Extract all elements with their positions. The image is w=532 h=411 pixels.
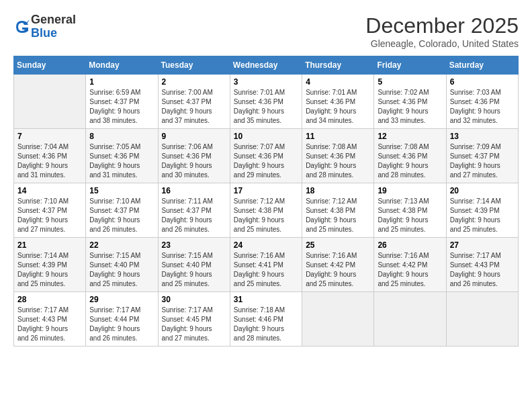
day-info: Sunrise: 7:12 AMSunset: 4:38 PMDaylight:… <box>306 197 370 234</box>
day-number: 11 <box>306 132 370 141</box>
calendar-day-cell: 26Sunrise: 7:16 AMSunset: 4:42 PMDayligh… <box>374 238 446 292</box>
day-info: Sunrise: 7:16 AMSunset: 4:42 PMDaylight:… <box>306 251 370 289</box>
calendar-day-cell <box>302 292 374 347</box>
day-number: 29 <box>89 295 154 304</box>
day-number: 2 <box>162 77 226 87</box>
calendar-day-cell: 14Sunrise: 7:10 AMSunset: 4:37 PMDayligh… <box>14 183 86 238</box>
day-number: 27 <box>450 240 515 250</box>
calendar-day-cell: 24Sunrise: 7:16 AMSunset: 4:41 PMDayligh… <box>230 238 302 292</box>
calendar-week-row: 21Sunrise: 7:14 AMSunset: 4:39 PMDayligh… <box>14 238 519 292</box>
location-text: Gleneagle, Colorado, United States <box>365 38 519 49</box>
day-number: 5 <box>378 77 442 87</box>
day-info: Sunrise: 7:09 AMSunset: 4:37 PMDaylight:… <box>450 142 515 180</box>
day-info: Sunrise: 7:16 AMSunset: 4:42 PMDaylight:… <box>378 251 442 289</box>
day-number: 10 <box>234 132 298 141</box>
day-info: Sunrise: 7:18 AMSunset: 4:46 PMDaylight:… <box>234 306 298 343</box>
day-number: 9 <box>162 132 226 141</box>
calendar-day-cell: 4Sunrise: 7:01 AMSunset: 4:36 PMDaylight… <box>302 75 374 129</box>
day-number: 22 <box>89 240 154 250</box>
day-info: Sunrise: 7:01 AMSunset: 4:36 PMDaylight:… <box>306 88 370 126</box>
calendar-day-cell: 18Sunrise: 7:12 AMSunset: 4:38 PMDayligh… <box>302 183 374 238</box>
day-number: 20 <box>450 186 515 195</box>
day-number: 6 <box>450 77 515 87</box>
calendar-day-cell: 20Sunrise: 7:14 AMSunset: 4:39 PMDayligh… <box>446 183 518 238</box>
calendar-day-cell: 5Sunrise: 7:02 AMSunset: 4:36 PMDaylight… <box>374 75 446 129</box>
day-info: Sunrise: 7:06 AMSunset: 4:36 PMDaylight:… <box>162 142 226 180</box>
day-info: Sunrise: 7:12 AMSunset: 4:38 PMDaylight:… <box>234 197 298 234</box>
calendar-day-cell: 16Sunrise: 7:11 AMSunset: 4:37 PMDayligh… <box>158 183 230 238</box>
calendar-week-row: 28Sunrise: 7:17 AMSunset: 4:43 PMDayligh… <box>14 292 519 347</box>
day-number: 12 <box>378 132 442 141</box>
calendar-day-cell: 13Sunrise: 7:09 AMSunset: 4:37 PMDayligh… <box>446 129 518 183</box>
day-number: 13 <box>450 132 515 141</box>
calendar-day-cell: 6Sunrise: 7:03 AMSunset: 4:36 PMDaylight… <box>446 75 518 129</box>
day-info: Sunrise: 7:17 AMSunset: 4:43 PMDaylight:… <box>17 306 82 343</box>
calendar-day-cell <box>14 75 86 129</box>
month-title: December 2025 <box>365 13 519 38</box>
weekday-header: Saturday <box>446 56 518 75</box>
calendar-day-cell: 30Sunrise: 7:17 AMSunset: 4:45 PMDayligh… <box>158 292 230 347</box>
day-number: 31 <box>234 295 298 304</box>
calendar-day-cell: 1Sunrise: 6:59 AMSunset: 4:37 PMDaylight… <box>86 75 158 129</box>
weekday-header: Monday <box>86 56 158 75</box>
weekday-header: Friday <box>374 56 446 75</box>
day-info: Sunrise: 7:15 AMSunset: 4:40 PMDaylight:… <box>162 251 226 289</box>
day-number: 17 <box>234 186 298 195</box>
day-info: Sunrise: 7:11 AMSunset: 4:37 PMDaylight:… <box>162 197 226 234</box>
day-number: 14 <box>17 186 82 195</box>
calendar-day-cell: 27Sunrise: 7:17 AMSunset: 4:43 PMDayligh… <box>446 238 518 292</box>
day-number: 15 <box>89 186 154 195</box>
logo-blue-text: Blue <box>31 27 76 40</box>
logo-icon <box>15 19 30 34</box>
day-info: Sunrise: 7:01 AMSunset: 4:36 PMDaylight:… <box>234 88 298 126</box>
day-number: 26 <box>378 240 442 250</box>
day-info: Sunrise: 7:03 AMSunset: 4:36 PMDaylight:… <box>450 88 515 126</box>
calendar-day-cell: 29Sunrise: 7:17 AMSunset: 4:44 PMDayligh… <box>86 292 158 347</box>
calendar-day-cell: 17Sunrise: 7:12 AMSunset: 4:38 PMDayligh… <box>230 183 302 238</box>
weekday-header: Wednesday <box>230 56 302 75</box>
day-number: 7 <box>17 132 82 141</box>
calendar-day-cell: 22Sunrise: 7:15 AMSunset: 4:40 PMDayligh… <box>86 238 158 292</box>
calendar-day-cell: 15Sunrise: 7:10 AMSunset: 4:37 PMDayligh… <box>86 183 158 238</box>
calendar-day-cell <box>374 292 446 347</box>
day-info: Sunrise: 7:04 AMSunset: 4:36 PMDaylight:… <box>17 142 82 180</box>
calendar-day-cell: 25Sunrise: 7:16 AMSunset: 4:42 PMDayligh… <box>302 238 374 292</box>
day-number: 1 <box>89 77 154 87</box>
day-info: Sunrise: 7:17 AMSunset: 4:43 PMDaylight:… <box>450 251 515 289</box>
day-number: 21 <box>17 240 82 250</box>
calendar-day-cell: 28Sunrise: 7:17 AMSunset: 4:43 PMDayligh… <box>14 292 86 347</box>
title-block: December 2025 Gleneagle, Colorado, Unite… <box>365 13 519 49</box>
day-info: Sunrise: 7:10 AMSunset: 4:37 PMDaylight:… <box>89 197 154 234</box>
day-info: Sunrise: 7:15 AMSunset: 4:40 PMDaylight:… <box>89 251 154 289</box>
calendar-day-cell: 23Sunrise: 7:15 AMSunset: 4:40 PMDayligh… <box>158 238 230 292</box>
day-info: Sunrise: 6:59 AMSunset: 4:37 PMDaylight:… <box>89 88 154 126</box>
calendar-week-row: 1Sunrise: 6:59 AMSunset: 4:37 PMDaylight… <box>14 75 519 129</box>
day-info: Sunrise: 7:00 AMSunset: 4:37 PMDaylight:… <box>162 88 226 126</box>
calendar-table: SundayMondayTuesdayWednesdayThursdayFrid… <box>13 56 519 347</box>
calendar-day-cell: 12Sunrise: 7:08 AMSunset: 4:36 PMDayligh… <box>374 129 446 183</box>
day-info: Sunrise: 7:14 AMSunset: 4:39 PMDaylight:… <box>17 251 82 289</box>
calendar-header-row: SundayMondayTuesdayWednesdayThursdayFrid… <box>14 56 519 75</box>
calendar-day-cell <box>446 292 518 347</box>
calendar-day-cell: 7Sunrise: 7:04 AMSunset: 4:36 PMDaylight… <box>14 129 86 183</box>
calendar-day-cell: 8Sunrise: 7:05 AMSunset: 4:36 PMDaylight… <box>86 129 158 183</box>
calendar-week-row: 14Sunrise: 7:10 AMSunset: 4:37 PMDayligh… <box>14 183 519 238</box>
day-info: Sunrise: 7:13 AMSunset: 4:38 PMDaylight:… <box>378 197 442 234</box>
day-number: 23 <box>162 240 226 250</box>
weekday-header: Sunday <box>14 56 86 75</box>
calendar-day-cell: 9Sunrise: 7:06 AMSunset: 4:36 PMDaylight… <box>158 129 230 183</box>
weekday-header: Thursday <box>302 56 374 75</box>
day-info: Sunrise: 7:17 AMSunset: 4:45 PMDaylight:… <box>162 306 226 343</box>
day-info: Sunrise: 7:16 AMSunset: 4:41 PMDaylight:… <box>234 251 298 289</box>
calendar-day-cell: 10Sunrise: 7:07 AMSunset: 4:36 PMDayligh… <box>230 129 302 183</box>
calendar-day-cell: 11Sunrise: 7:08 AMSunset: 4:36 PMDayligh… <box>302 129 374 183</box>
weekday-header: Tuesday <box>158 56 230 75</box>
day-number: 28 <box>17 295 82 304</box>
day-number: 16 <box>162 186 226 195</box>
calendar-day-cell: 31Sunrise: 7:18 AMSunset: 4:46 PMDayligh… <box>230 292 302 347</box>
day-info: Sunrise: 7:14 AMSunset: 4:39 PMDaylight:… <box>450 197 515 234</box>
calendar-day-cell: 21Sunrise: 7:14 AMSunset: 4:39 PMDayligh… <box>14 238 86 292</box>
calendar-week-row: 7Sunrise: 7:04 AMSunset: 4:36 PMDaylight… <box>14 129 519 183</box>
page-header: General Blue December 2025 Gleneagle, Co… <box>13 13 519 49</box>
calendar-day-cell: 3Sunrise: 7:01 AMSunset: 4:36 PMDaylight… <box>230 75 302 129</box>
